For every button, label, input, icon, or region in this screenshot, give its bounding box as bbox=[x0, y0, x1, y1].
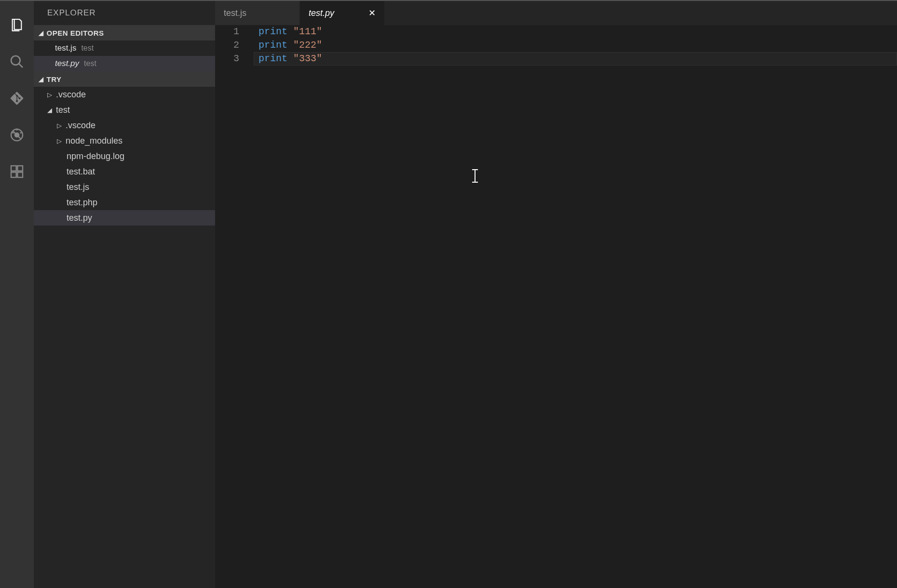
tree-label: test.js bbox=[67, 182, 89, 192]
editor-tab[interactable]: test.js✕ bbox=[215, 1, 300, 25]
file-item[interactable]: test.php bbox=[34, 195, 215, 210]
svg-line-7 bbox=[20, 132, 22, 133]
file-path: test bbox=[81, 44, 94, 53]
explorer-sidebar: EXPLORER ◢ OPEN EDITORS test.jstesttest.… bbox=[34, 1, 215, 588]
line-content: print "222" bbox=[254, 39, 897, 52]
folder-item[interactable]: ◢test bbox=[34, 102, 215, 118]
app-root: EXPLORER ◢ OPEN EDITORS test.jstesttest.… bbox=[0, 0, 897, 588]
svg-rect-8 bbox=[11, 166, 16, 171]
open-editor-item[interactable]: test.pytest bbox=[34, 56, 215, 71]
file-tree: ▷.vscode◢test▷.vscode▷node_modulesnpm-de… bbox=[34, 87, 215, 226]
line-number: 1 bbox=[215, 25, 254, 39]
editor-tab[interactable]: test.py✕ bbox=[300, 1, 385, 25]
file-name: test.js bbox=[55, 43, 76, 53]
section-label: OPEN EDITORS bbox=[47, 29, 104, 37]
text-cursor-icon bbox=[475, 169, 476, 183]
sidebar-title: EXPLORER bbox=[34, 1, 215, 25]
tab-bar: test.js✕test.py✕ bbox=[215, 1, 897, 25]
code-editor[interactable]: 1print "111"2print "222"3print "333" bbox=[215, 25, 897, 588]
git-icon bbox=[9, 91, 25, 108]
activity-extensions[interactable] bbox=[7, 163, 27, 182]
line-number: 2 bbox=[215, 39, 254, 52]
section-open-editors[interactable]: ◢ OPEN EDITORS bbox=[34, 25, 215, 40]
activity-search[interactable] bbox=[7, 53, 27, 72]
folder-item[interactable]: ▷node_modules bbox=[34, 133, 215, 148]
files-icon bbox=[9, 17, 25, 35]
open-editor-item[interactable]: test.jstest bbox=[34, 40, 215, 56]
tab-label: test.py bbox=[309, 8, 363, 18]
chevron-down-icon: ◢ bbox=[39, 30, 44, 36]
debug-icon bbox=[9, 127, 25, 145]
line-content: print "111" bbox=[254, 25, 897, 39]
file-item[interactable]: test.js bbox=[34, 179, 215, 195]
activity-explorer[interactable] bbox=[7, 16, 27, 36]
folder-item[interactable]: ▷.vscode bbox=[34, 87, 215, 102]
line-number: 3 bbox=[215, 52, 254, 66]
chevron-right-icon: ▷ bbox=[57, 138, 64, 144]
tree-label: .vscode bbox=[56, 90, 86, 100]
editor-area: test.js✕test.py✕ 1print "111"2print "222… bbox=[215, 1, 897, 588]
file-item[interactable]: npm-debug.log bbox=[34, 148, 215, 164]
code-line[interactable]: 2print "222" bbox=[215, 39, 897, 52]
svg-rect-10 bbox=[17, 172, 23, 177]
search-icon bbox=[9, 54, 25, 72]
close-icon[interactable]: ✕ bbox=[368, 9, 376, 17]
svg-rect-11 bbox=[17, 166, 23, 171]
file-path: test bbox=[84, 59, 96, 68]
tree-label: test.py bbox=[67, 213, 92, 223]
chevron-down-icon: ◢ bbox=[47, 107, 54, 113]
code-line[interactable]: 3print "333" bbox=[215, 52, 897, 66]
tree-label: node_modules bbox=[66, 136, 122, 146]
chevron-right-icon: ▷ bbox=[57, 122, 64, 129]
file-item[interactable]: test.bat bbox=[34, 164, 215, 179]
svg-line-6 bbox=[12, 132, 14, 133]
extensions-icon bbox=[9, 164, 25, 182]
code-line[interactable]: 1print "111" bbox=[215, 25, 897, 39]
folder-item[interactable]: ▷.vscode bbox=[34, 118, 215, 133]
svg-point-4 bbox=[14, 132, 20, 137]
tree-label: test.bat bbox=[67, 167, 95, 177]
svg-rect-9 bbox=[11, 172, 16, 177]
file-name: test.py bbox=[55, 59, 79, 68]
chevron-down-icon: ◢ bbox=[39, 76, 44, 82]
line-content: print "333" bbox=[254, 52, 897, 66]
section-label: TRY bbox=[47, 75, 62, 83]
tree-label: npm-debug.log bbox=[67, 151, 124, 161]
svg-line-1 bbox=[19, 64, 23, 67]
activity-git[interactable] bbox=[7, 90, 27, 109]
open-editors-list: test.jstesttest.pytest bbox=[34, 40, 215, 71]
activity-debug[interactable] bbox=[7, 126, 27, 146]
tree-label: .vscode bbox=[66, 120, 95, 131]
svg-point-0 bbox=[11, 56, 20, 65]
tree-label: test.php bbox=[67, 198, 97, 208]
tab-label: test.js bbox=[224, 8, 278, 18]
chevron-right-icon: ▷ bbox=[47, 92, 54, 98]
file-item[interactable]: test.py bbox=[34, 210, 215, 226]
activity-bar bbox=[0, 1, 34, 588]
tree-label: test bbox=[56, 105, 70, 115]
section-workspace[interactable]: ◢ TRY bbox=[34, 71, 215, 87]
